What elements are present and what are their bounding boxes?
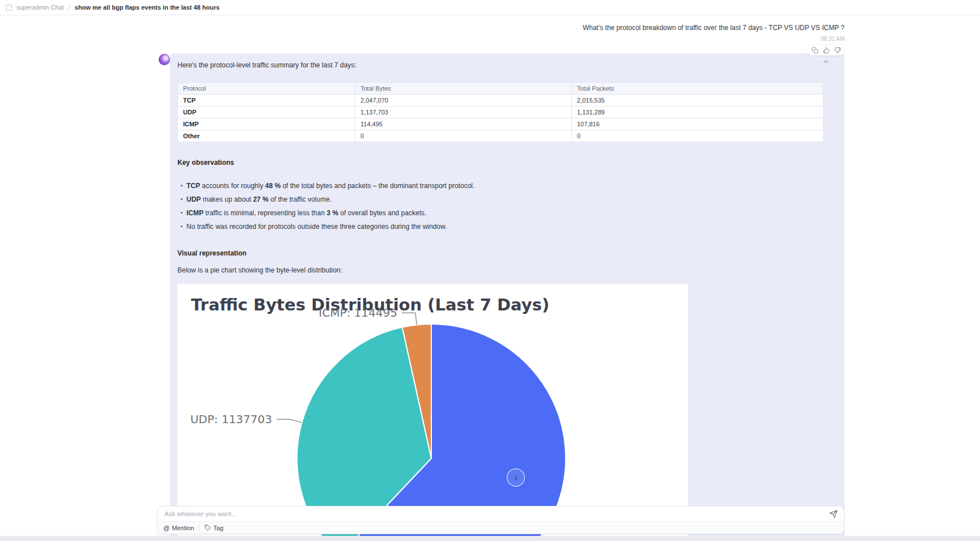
top-bar: superadmin Chat / show me all bgp flaps … (0, 0, 980, 15)
message-input[interactable] (158, 510, 826, 517)
cell-protocol-name: TCP (178, 95, 355, 107)
observations-heading: Key observations (177, 159, 837, 167)
bullet-icon (181, 185, 183, 186)
cell-total-bytes: 2,047,070 (355, 95, 572, 107)
pie-label-udp: UDP: 1137703 (190, 412, 272, 426)
pie-chart: TCP: 2047070UDP: 1137703ICMP: 114495 (177, 284, 688, 541)
cell-protocol-name: Other (178, 130, 355, 142)
cell-total-packets: 2,015,535 (572, 95, 824, 107)
assistant-avatar (159, 54, 170, 65)
table-row: ICMP 114,495 107,816 (178, 118, 824, 130)
user-message-block: What's the protocol breakdown of traffic… (583, 24, 845, 56)
table-header-row: Protocol Total Bytes Total Packets (178, 83, 824, 95)
assistant-message-card: Here's the protocol-level traffic summar… (170, 53, 845, 541)
at-sign-icon: @ (163, 525, 169, 531)
thumbs-up-icon[interactable] (823, 47, 830, 54)
cell-protocol-name: UDP (178, 107, 355, 118)
protocol-traffic-table: Protocol Total Bytes Total Packets TCP 2… (177, 82, 824, 142)
cell-total-bytes: 0 (355, 130, 572, 142)
chart-caption: Below is a pie chart showing the byte-le… (177, 266, 837, 274)
breadcrumb-current-page: show me all bgp flaps events in the last… (75, 4, 220, 11)
composer: @ Mention Tag (157, 506, 845, 534)
selection-frame-icon[interactable] (6, 5, 12, 11)
collapse-message-button[interactable] (822, 58, 832, 68)
list-item: TCP accounts for roughly 48 % of the tot… (177, 182, 837, 190)
table-row: Other 0 0 (178, 130, 824, 142)
bullet-icon (181, 212, 183, 214)
cell-total-bytes: 114,495 (355, 118, 572, 130)
cell-total-packets: 0 (572, 130, 824, 142)
tag-icon (205, 525, 211, 531)
message-timestamp: 08:31 AM (583, 36, 845, 42)
column-header-total-bytes: Total Bytes (355, 83, 572, 95)
list-item: ICMP traffic is minimal, representing le… (177, 210, 837, 217)
arrow-down-icon (512, 474, 520, 482)
list-item: No traffic was recorded for protocols ou… (177, 223, 837, 231)
scroll-to-bottom-button[interactable] (507, 468, 525, 487)
label-leader-line (402, 313, 417, 325)
send-button[interactable] (826, 506, 841, 521)
list-item: UDP makes up about 27 % of the traffic v… (177, 196, 837, 203)
composer-footer: @ Mention Tag (158, 521, 844, 534)
bullet-icon (181, 198, 183, 200)
cell-total-bytes: 1,137,703 (355, 107, 572, 118)
send-icon (829, 510, 838, 518)
tag-button-label: Tag (213, 525, 223, 531)
column-header-protocol: Protocol (178, 83, 355, 95)
breadcrumb-app-link[interactable]: superadmin Chat (16, 4, 64, 11)
pie-chart-container: Traffic Bytes Distribution (Last 7 Days)… (177, 284, 688, 541)
column-header-total-packets: Total Packets (572, 83, 824, 95)
divider (199, 524, 200, 531)
chevron-up-icon (822, 58, 830, 66)
tag-button[interactable]: Tag (205, 525, 223, 531)
observations-list: TCP accounts for roughly 48 % of the tot… (177, 182, 837, 231)
composer-input-row (158, 506, 844, 521)
table-row: TCP 2,047,070 2,015,535 (178, 95, 824, 107)
cell-total-packets: 1,131,289 (572, 107, 824, 118)
mention-button-label: Mention (172, 525, 194, 531)
cell-protocol-name: ICMP (178, 118, 355, 130)
breadcrumb-separator: / (69, 4, 70, 11)
table-row: UDP 1,137,703 1,131,289 (178, 107, 824, 118)
message-actions-toolbar (808, 45, 845, 56)
mention-button[interactable]: @ Mention (163, 525, 194, 531)
cell-total-packets: 107,816 (572, 118, 824, 130)
bullet-icon (181, 225, 183, 227)
user-message-text: What's the protocol breakdown of traffic… (583, 24, 845, 32)
bottom-strip (0, 536, 980, 541)
copy-icon[interactable] (812, 47, 818, 54)
thumbs-down-icon[interactable] (834, 47, 841, 54)
label-leader-line (277, 419, 302, 423)
assistant-intro-text: Here's the protocol-level traffic summar… (177, 61, 837, 69)
visual-representation-heading: Visual representation (177, 249, 837, 257)
pie-label-icmp: ICMP: 114495 (319, 306, 397, 320)
